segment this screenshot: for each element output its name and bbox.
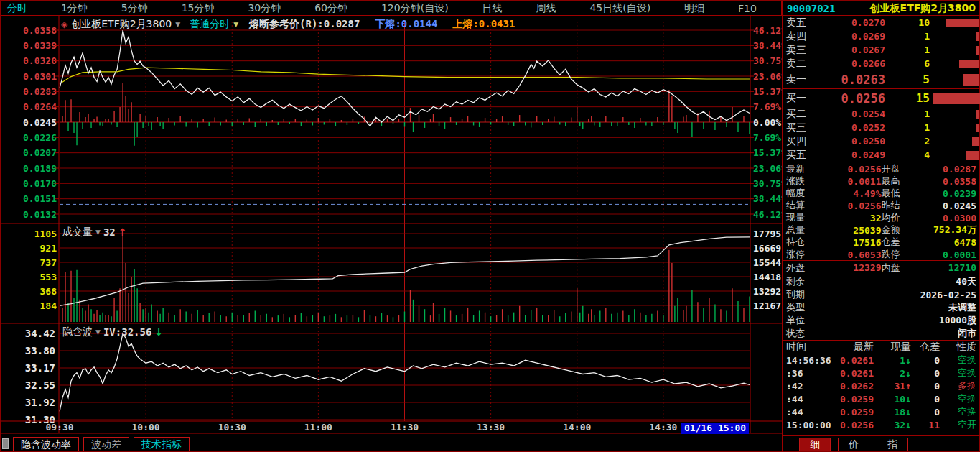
tick-oi-change: 0 <box>911 355 940 366</box>
order-book-row[interactable]: 买四0.02502 <box>783 134 980 148</box>
period-menu-item[interactable]: 1分钟 <box>61 2 88 15</box>
order-book-row[interactable]: 买二0.02541 <box>783 107 980 121</box>
level-name: 买一 <box>786 92 819 105</box>
level-qty: 1 <box>885 122 930 133</box>
tick-row[interactable]: 15:00:000.025632↓11空开 <box>783 418 980 431</box>
tick-row[interactable]: :360.02612↓0空换 <box>783 366 980 379</box>
iv-panel-header: 隐含波 ▼ IV:32.56 ↓ <box>62 326 163 338</box>
tick-price: 0.0262 <box>834 381 874 392</box>
chevron-down-icon[interactable]: ▼ <box>175 21 180 28</box>
order-book-row[interactable]: 买一0.025615 <box>783 89 980 107</box>
stat-label: 现量 <box>786 211 816 224</box>
period-menu-item[interactable]: 30分钟 <box>248 2 281 15</box>
axis-tick-label: 09:30 <box>45 422 73 433</box>
level-price: 0.0269 <box>819 31 885 42</box>
axis-tick-label: 368 <box>40 286 57 297</box>
indicator-tab[interactable]: 隐含波动率 <box>13 437 79 451</box>
stat-value: 12329 <box>816 262 882 273</box>
stat-value: 0.0300 <box>912 213 977 223</box>
tick-row[interactable]: 14:56:360.02611↓0空换 <box>783 354 980 366</box>
order-book-row[interactable]: 买五0.02494 <box>783 148 980 162</box>
period-menu-item[interactable]: F10 <box>738 3 757 14</box>
order-book-row[interactable]: 卖四0.02691 <box>783 29 980 43</box>
stat-value: 32 <box>816 213 882 223</box>
level-name: 卖一 <box>786 73 819 86</box>
tick-nature: 空开 <box>940 418 976 431</box>
order-book-row[interactable]: 卖一0.02635 <box>783 70 980 88</box>
chevron-down-icon[interactable]: ▼ <box>233 21 238 28</box>
level-qty: 5 <box>885 73 930 86</box>
stat-value: 25039 <box>816 225 882 236</box>
axis-tick-label: 23.06% <box>753 163 782 174</box>
outer-inner-row: 外盘12329内盘12710 <box>783 261 980 275</box>
instrument-name: 创业板ETF购2月3800 <box>870 2 976 15</box>
period-menu-item[interactable]: 15分钟 <box>182 2 215 15</box>
diamond-icon: ◈ <box>61 19 67 29</box>
level-name: 卖四 <box>786 30 819 43</box>
tick-row[interactable]: :440.025918↓0空换 <box>783 405 980 418</box>
tick-row[interactable]: :420.026231↑0多换 <box>783 379 980 392</box>
period-menu-item[interactable]: 日线 <box>482 2 503 15</box>
up-arrow-icon: ↑ <box>118 226 127 238</box>
tick-qty: 2↓ <box>874 368 911 379</box>
contract-info-row: 类型未调整 <box>783 301 980 314</box>
period-menu-item[interactable]: 120分钟(自设) <box>381 2 449 15</box>
intraday-chart[interactable]: 0.035846.12%0.033938.44%0.032030.75%0.03… <box>1 16 782 434</box>
chevron-down-icon[interactable]: ▼ <box>95 229 101 236</box>
axis-tick-label: 17795 <box>753 229 781 239</box>
chart-mode-select[interactable]: 普通分时 <box>190 18 230 31</box>
stat-row: 幅度4.49%最低0.0239 <box>783 187 980 199</box>
axis-tick-label: 15.37% <box>753 86 782 97</box>
order-book-row[interactable]: 卖三0.02671 <box>783 43 980 57</box>
order-book-row[interactable]: 卖五0.027010 <box>783 16 980 29</box>
axis-tick-label: 553 <box>40 272 57 282</box>
level-volume-bar <box>963 74 979 86</box>
axis-tick-label: 1105 <box>34 229 57 239</box>
contract-info: 剩余40天到期2026-02-25类型未调整单位10000股状态闭市 <box>783 275 980 340</box>
axis-tick-label: 0.0301 <box>23 71 57 82</box>
axis-tick-label: 33.80 <box>25 345 55 356</box>
tick-nature: 空换 <box>940 392 976 405</box>
tick-oi-change: 0 <box>911 368 940 379</box>
period-menu-item[interactable]: 分时 <box>7 2 27 15</box>
chart-symbol[interactable]: 创业板ETF购2月3800 <box>71 18 172 31</box>
stat-value: 0.0239 <box>912 188 977 199</box>
order-book-row[interactable]: 卖二0.02666 <box>783 57 980 70</box>
scrollbar-stub[interactable] <box>2 438 9 449</box>
indicator-tab[interactable]: 技术指标 <box>134 437 190 451</box>
axis-tick-label: 15544 <box>753 257 781 268</box>
period-menu-item[interactable]: 明细 <box>684 2 704 15</box>
axis-tick-label: 0.0207 <box>23 147 57 158</box>
level-bar-cell <box>930 93 980 104</box>
level-name: 买四 <box>786 135 819 148</box>
chevron-down-icon[interactable]: ▼ <box>95 328 101 336</box>
stat-value: 4.49% <box>816 188 882 199</box>
stat-label: 外盘 <box>786 262 816 275</box>
tick-qty: 1↓ <box>874 355 911 366</box>
level-volume-bar <box>933 93 980 104</box>
iv-last-value: IV:32.56 <box>103 326 151 338</box>
level-bar-cell <box>930 110 979 119</box>
detail-tab[interactable]: 细 <box>799 438 831 451</box>
iv-title[interactable]: 隐含波 <box>62 326 93 338</box>
axis-tick-label: 11:30 <box>391 422 419 433</box>
volume-title[interactable]: 成交量 <box>62 226 93 239</box>
stat-row: 涨跌0.0011最高0.0358 <box>783 175 980 187</box>
order-book-row[interactable]: 买三0.02521 <box>783 121 980 134</box>
detail-tab[interactable]: 价 <box>838 438 869 451</box>
indicator-tab[interactable]: 波动差 <box>83 437 129 451</box>
right-panel: 卖五0.027010卖四0.02691卖三0.02671卖二0.02666卖一0… <box>782 16 980 452</box>
period-menu-item[interactable]: 60分钟 <box>314 2 347 15</box>
stat-row: 最新0.0256开盘0.0287 <box>783 162 980 175</box>
tick-oi-change: 0 <box>911 394 940 405</box>
stat-label: 均价 <box>882 211 912 224</box>
period-menu-item[interactable]: 周线 <box>536 2 556 15</box>
period-menu-item[interactable]: 45日线(自设) <box>589 2 650 15</box>
axis-tick-label: 0.0170 <box>23 178 57 189</box>
volume-last-value: 32 <box>103 226 116 238</box>
level-volume-bar <box>959 60 979 68</box>
tick-row[interactable]: :440.025910↓0空换 <box>783 392 980 405</box>
axis-tick-label: 0.0264 <box>23 101 57 112</box>
detail-tab[interactable]: 指 <box>877 438 908 451</box>
period-menu-item[interactable]: 5分钟 <box>121 2 148 15</box>
